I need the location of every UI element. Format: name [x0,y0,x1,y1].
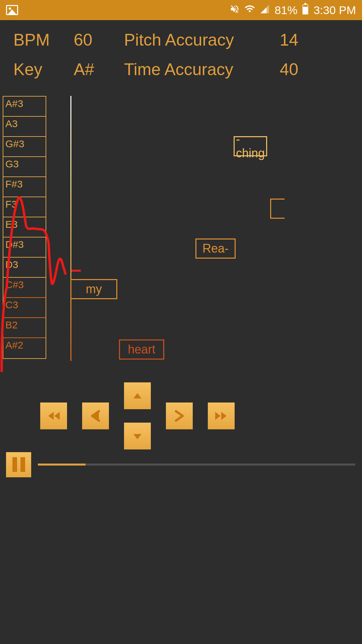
time-accuracy-value: 40 [258,60,298,79]
progress-slider[interactable] [38,464,355,466]
note-cell: G#3 [3,137,46,157]
note-cell: A3 [3,117,46,137]
signal-icon [260,4,270,17]
note-cell: A#2 [3,338,46,358]
time-accuracy-label: Time Accuracy [124,60,258,79]
note-ladder: A#3 A3 G#3 G3 F#3 F3 E3 D#3 D3 C#3 C3 B2… [3,96,46,359]
key-label: Key [13,60,74,79]
note-cell: B2 [3,318,46,338]
target-note-marker [71,270,81,272]
gallery-icon [6,5,18,15]
note-cell: C3 [3,298,46,318]
bpm-label: BPM [13,30,74,50]
svg-rect-2 [303,5,308,7]
lyric-box: Rea- [195,238,236,259]
pause-button[interactable] [6,452,31,477]
pitch-track[interactable]: A#3 A3 G#3 G3 F#3 F3 E3 D#3 D3 C#3 C3 B2… [0,96,362,374]
key-value: A# [74,60,124,79]
lyric-box: heart [119,339,164,360]
note-cell: D3 [3,258,46,278]
bpm-value: 60 [74,30,124,50]
pause-icon [20,457,25,472]
clock-time: 3:30 PM [313,4,356,17]
up-button[interactable] [124,382,151,409]
wifi-icon [244,3,255,17]
svg-rect-1 [305,3,307,4]
note-cell: D#3 [3,237,46,258]
playhead-cursor [70,96,71,361]
battery-icon [302,3,309,17]
next-button[interactable] [166,402,193,429]
dpad-controls [0,382,362,456]
fast-forward-button[interactable] [208,402,235,429]
lyric-box: my [70,279,117,299]
note-cell: C#3 [3,278,46,298]
pitch-accuracy-label: Pitch Accuracy [124,30,258,50]
rewind-button[interactable] [40,402,67,429]
battery-pct: 81% [275,4,297,17]
status-bar: 81% 3:30 PM [0,0,362,20]
down-button[interactable] [124,423,151,449]
lyric-box: -ching [234,136,267,156]
note-cell: G3 [3,157,46,177]
progress-fill [38,464,85,466]
note-cell: F3 [3,197,46,217]
pitch-accuracy-value: 14 [258,30,298,50]
prev-button[interactable] [82,402,109,429]
stats-panel: BPM 60 Pitch Accuracy 14 Key A# Time Acc… [0,20,362,89]
pause-icon [12,457,17,472]
note-cell: A#3 [3,97,46,117]
lyric-box [270,199,285,219]
note-cell: E3 [3,217,46,237]
playback-bar [0,451,362,478]
note-cell: F#3 [3,177,46,197]
mute-icon [230,4,240,17]
